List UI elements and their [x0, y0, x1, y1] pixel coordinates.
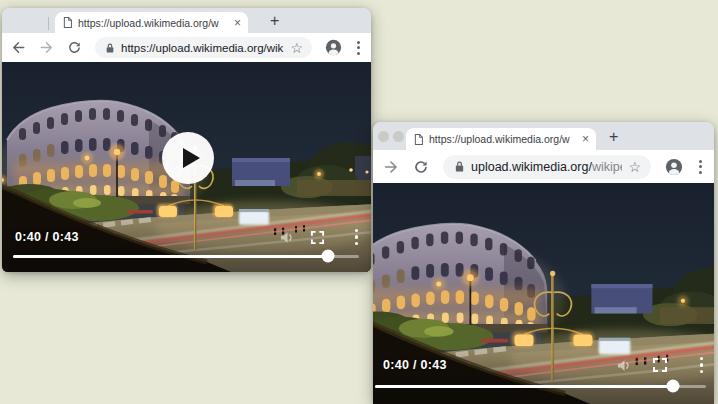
player-menu-icon[interactable]	[355, 229, 359, 246]
bookmark-star-icon[interactable]: ☆	[628, 160, 641, 174]
lock-icon	[454, 160, 465, 173]
browser-tab[interactable]: https://upload.wikimedia.org/w ×	[406, 128, 596, 150]
bookmark-star-icon[interactable]: ☆	[290, 41, 303, 55]
page-icon	[62, 16, 73, 29]
volume-icon[interactable]	[616, 358, 633, 373]
profile-avatar-icon[interactable]	[325, 39, 342, 56]
video-player[interactable]: 0:40 / 0:43	[2, 62, 371, 272]
window-control-dot[interactable]	[393, 131, 404, 142]
progress-played	[13, 255, 328, 259]
progress-knob[interactable]	[321, 250, 334, 263]
url-host: upload.wikimedia.org/	[471, 160, 592, 174]
new-tab-button[interactable]: +	[609, 129, 618, 145]
progress-knob[interactable]	[666, 380, 679, 393]
reload-button[interactable]	[413, 159, 429, 175]
address-bar[interactable]: https://upload.wikimedia.org/wik... ☆	[95, 37, 312, 58]
back-button[interactable]	[11, 40, 26, 55]
new-tab-button[interactable]: +	[270, 13, 279, 29]
close-tab-icon[interactable]: ×	[232, 17, 241, 29]
lock-icon	[105, 42, 115, 54]
address-bar[interactable]: upload.wikimedia.org/wikipedia/... ☆	[443, 155, 651, 179]
time-display: 0:40 / 0:43	[383, 358, 447, 372]
close-tab-icon[interactable]: ×	[580, 133, 589, 145]
browser-toolbar: https://upload.wikimedia.org/wik... ☆	[2, 33, 371, 62]
browser-toolbar: upload.wikimedia.org/wikipedia/... ☆	[373, 150, 714, 183]
reload-button[interactable]	[67, 40, 82, 55]
url-path: wikipedia/...	[592, 160, 623, 174]
tab-strip: https://upload.wikimedia.org/w × +	[373, 122, 714, 150]
tab-divider	[48, 17, 49, 30]
fullscreen-icon[interactable]	[652, 357, 668, 373]
forward-button[interactable]	[383, 159, 399, 175]
profile-avatar-icon[interactable]	[665, 158, 683, 176]
browser-menu-icon[interactable]	[697, 158, 704, 176]
browser-window-2: https://upload.wikimedia.org/w × + uploa…	[373, 122, 714, 404]
progress-bar[interactable]	[13, 255, 359, 259]
browser-window-1: https://upload.wikimedia.org/w × + https…	[2, 8, 371, 272]
video-player[interactable]: 0:40 / 0:43	[373, 183, 714, 404]
volume-icon[interactable]	[279, 230, 296, 245]
controls-shade	[2, 220, 371, 272]
browser-menu-icon[interactable]	[355, 39, 362, 57]
progress-bar[interactable]	[375, 385, 706, 389]
tab-title: https://upload.wikimedia.org/w	[429, 133, 575, 145]
tab-strip: https://upload.wikimedia.org/w × +	[2, 8, 371, 33]
window-control-dot[interactable]	[378, 131, 389, 142]
tab-title: https://upload.wikimedia.org/w	[78, 17, 227, 29]
browser-tab[interactable]: https://upload.wikimedia.org/w ×	[55, 12, 248, 33]
play-button-overlay[interactable]	[162, 132, 214, 184]
play-icon	[183, 148, 200, 168]
progress-played	[375, 385, 673, 389]
fullscreen-icon[interactable]	[310, 230, 325, 245]
time-display: 0:40 / 0:43	[15, 230, 79, 244]
url-text: upload.wikimedia.org/wikipedia/...	[471, 160, 622, 174]
page-icon	[413, 133, 424, 146]
forward-button[interactable]	[39, 40, 54, 55]
url-text: https://upload.wikimedia.org/wik...	[121, 42, 284, 54]
player-menu-icon[interactable]	[700, 357, 704, 374]
